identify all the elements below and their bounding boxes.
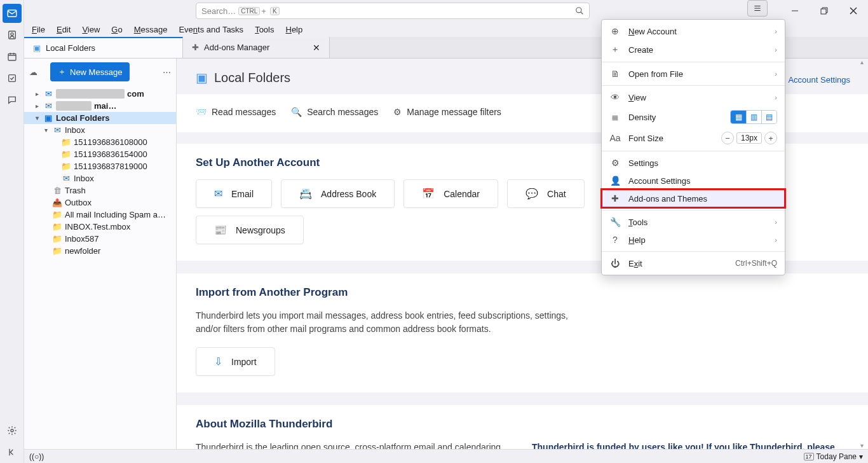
trash-row[interactable]: 🗑Trash bbox=[24, 184, 176, 197]
tasks-space-icon[interactable] bbox=[3, 69, 22, 88]
inbox-row[interactable]: ▾✉Inbox bbox=[24, 124, 176, 136]
scrollbar[interactable] bbox=[859, 59, 868, 449]
folder-row[interactable]: 📁All mail Including Spam a… bbox=[24, 209, 176, 221]
local-folders-row[interactable]: ▾▣Local Folders bbox=[24, 112, 176, 124]
import-button[interactable]: ⇩Import bbox=[196, 347, 275, 376]
global-search-input[interactable]: Search… CTRL + K bbox=[196, 3, 590, 19]
about-paragraph-left: Thunderbird is the leading open source, … bbox=[196, 441, 513, 449]
maximize-button[interactable] bbox=[810, 0, 839, 22]
density-relaxed-icon: ▤ bbox=[761, 111, 776, 123]
about-paragraph-right: Thunderbird is funded by users like you!… bbox=[532, 441, 849, 449]
today-pane-toggle[interactable]: 17 Today Pane ▾ bbox=[804, 452, 863, 461]
folder-row[interactable]: 📁1511936837819000 bbox=[24, 160, 176, 172]
folder-row[interactable]: 📁Inbox587 bbox=[24, 233, 176, 245]
folder-row[interactable]: ✉Inbox bbox=[24, 172, 176, 184]
settings-space-icon[interactable] bbox=[3, 421, 22, 440]
tab-local-folders[interactable]: ▣ Local Folders bbox=[24, 37, 183, 58]
calendar-icon: 📅 bbox=[422, 188, 435, 200]
tile-calendar[interactable]: 📅Calendar bbox=[403, 179, 498, 208]
menu-message[interactable]: Message bbox=[129, 24, 173, 36]
menu-tools[interactable]: Tools bbox=[250, 24, 279, 36]
tile-newsgroups[interactable]: 📰Newsgroups bbox=[196, 216, 304, 244]
new-message-button[interactable]: ＋ New Message bbox=[50, 62, 130, 81]
search-placeholder: Search… bbox=[201, 6, 236, 16]
newsgroup-icon: 📰 bbox=[214, 224, 227, 236]
menu-addons-themes[interactable]: ✚Add-ons and Themes bbox=[602, 190, 785, 207]
font-decrease-button[interactable]: − bbox=[721, 132, 734, 144]
collapse-space-icon[interactable] bbox=[3, 443, 22, 462]
wrench-icon: 🔧 bbox=[609, 217, 621, 227]
account-row[interactable]: ▸✉xxxxxxxxmai… bbox=[24, 100, 176, 112]
file-icon: 🗎 bbox=[609, 69, 621, 79]
tab-addons-manager[interactable]: ✚ Add-ons Manager ✕ bbox=[183, 37, 330, 58]
menu-events-tasks[interactable]: Events and Tasks bbox=[173, 24, 248, 36]
mail-icon: ✉ bbox=[214, 188, 222, 200]
app-menu-popup: ⊕New Account› ＋Create› 🗎Open from File› … bbox=[601, 19, 785, 275]
tile-addressbook[interactable]: 📇Address Book bbox=[281, 179, 395, 208]
menu-density: ≣Density ▦▥▤ bbox=[602, 106, 785, 128]
menu-font-size: AaFont Size −13px+ bbox=[602, 128, 785, 148]
addon-icon: ✚ bbox=[609, 193, 621, 204]
addressbook-space-icon[interactable] bbox=[3, 25, 22, 45]
account-icon: 👤 bbox=[609, 176, 621, 186]
menu-view[interactable]: View bbox=[77, 24, 105, 36]
manage-filters-action[interactable]: ⚙Manage message filters bbox=[393, 107, 501, 117]
sliders-icon: ⚙ bbox=[393, 107, 402, 117]
menu-create[interactable]: ＋Create› bbox=[602, 40, 785, 59]
folder-row[interactable]: 📁1511936836108000 bbox=[24, 136, 176, 148]
online-status-icon[interactable]: ((○)) bbox=[29, 452, 44, 461]
svg-point-5 bbox=[11, 429, 13, 432]
calendar-space-icon[interactable] bbox=[3, 47, 22, 66]
folder-row[interactable]: 📁1511936836154000 bbox=[24, 148, 176, 160]
menu-file[interactable]: File bbox=[27, 24, 50, 36]
menu-new-account[interactable]: ⊕New Account› bbox=[602, 22, 785, 40]
about-heading: About Mozilla Thunderbird bbox=[196, 418, 849, 431]
folder-row[interactable]: 📁INBOX.Test.mbox bbox=[24, 221, 176, 233]
menu-view[interactable]: 👁View› bbox=[602, 88, 785, 106]
tile-chat[interactable]: 💬Chat bbox=[507, 179, 585, 208]
plus-icon: ＋ bbox=[58, 66, 66, 78]
search-icon bbox=[575, 6, 584, 15]
gear-icon: ⚙ bbox=[609, 158, 621, 168]
menu-edit[interactable]: Edit bbox=[51, 24, 76, 36]
font-increase-button[interactable]: + bbox=[764, 132, 777, 144]
minimize-button[interactable] bbox=[780, 0, 810, 22]
menu-account-settings[interactable]: 👤Account Settings bbox=[602, 172, 785, 190]
svg-rect-4 bbox=[8, 75, 15, 82]
tab-close-icon[interactable]: ✕ bbox=[313, 43, 320, 53]
menu-open-file[interactable]: 🗎Open from File› bbox=[602, 65, 785, 83]
font-size-value: 13px bbox=[736, 132, 762, 144]
tile-email[interactable]: ✉Email bbox=[196, 179, 272, 208]
addressbook-icon: 📇 bbox=[299, 188, 312, 200]
density-default-icon: ▥ bbox=[746, 111, 761, 123]
app-menu-button[interactable] bbox=[747, 0, 768, 17]
menu-exit[interactable]: ⏻ExitCtrl+Shift+Q bbox=[602, 254, 785, 272]
menu-help[interactable]: Help bbox=[280, 24, 308, 36]
svg-rect-3 bbox=[8, 53, 16, 60]
mail-space-icon[interactable] bbox=[3, 4, 22, 23]
status-bar: ((○)) 17 Today Pane ▾ bbox=[24, 449, 868, 463]
menu-go[interactable]: Go bbox=[106, 24, 127, 36]
outbox-row[interactable]: 📤Outbox bbox=[24, 197, 176, 209]
close-button[interactable] bbox=[839, 0, 868, 22]
search-messages-action[interactable]: 🔍Search messages bbox=[291, 107, 378, 117]
get-messages-icon[interactable]: ☁ bbox=[29, 67, 37, 77]
chevron-right-icon: › bbox=[775, 27, 777, 35]
menu-tools[interactable]: 🔧Tools› bbox=[602, 213, 785, 231]
folder-pane-options-icon[interactable]: ⋯ bbox=[163, 67, 171, 77]
kbd-ctrl: CTRL bbox=[238, 7, 260, 15]
kbd-k: K bbox=[270, 7, 280, 15]
menu-help[interactable]: ?Help› bbox=[602, 231, 785, 249]
density-segmented[interactable]: ▦▥▤ bbox=[730, 110, 777, 124]
help-icon: ? bbox=[609, 235, 621, 245]
menu-settings[interactable]: ⚙Settings bbox=[602, 154, 785, 172]
account-settings-link[interactable]: Account Settings bbox=[788, 75, 850, 85]
chat-space-icon[interactable] bbox=[3, 90, 22, 109]
plus-icon: ＋ bbox=[609, 44, 621, 55]
import-heading: Import from Another Program bbox=[196, 286, 849, 299]
about-card: About Mozilla Thunderbird Thunderbird is… bbox=[177, 405, 868, 449]
titlebar: Search… CTRL + K bbox=[24, 0, 868, 22]
folder-row[interactable]: 📁newfolder bbox=[24, 245, 176, 257]
account-row[interactable]: ▸✉xxxxxxxxxxxxxxxxcom bbox=[24, 88, 176, 100]
read-messages-action[interactable]: 📨Read messages bbox=[196, 107, 276, 117]
